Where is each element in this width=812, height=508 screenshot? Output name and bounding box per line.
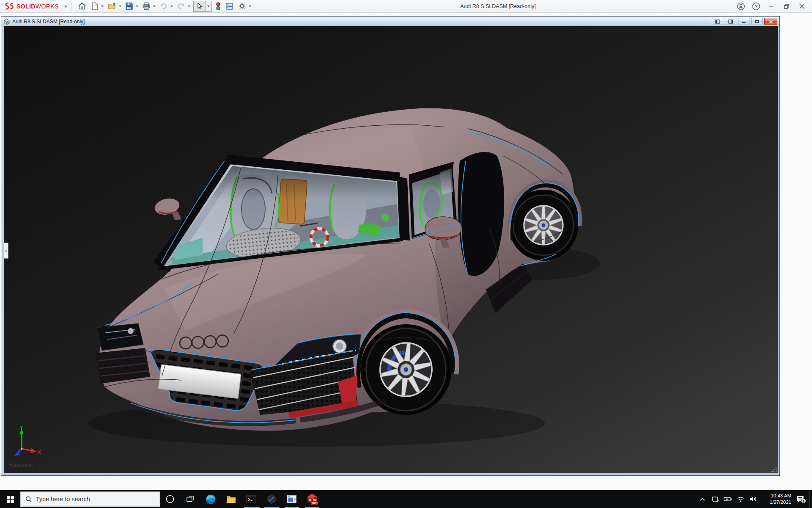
redo-dropdown[interactable] — [188, 6, 190, 7]
taskbar-app-solidworks[interactable]: S W 2021 — [302, 490, 322, 508]
toolbar-separator — [71, 2, 72, 11]
options-button[interactable] — [237, 1, 247, 12]
select-tool-dropdown[interactable] — [206, 1, 212, 12]
tray-wifi-button[interactable] — [734, 490, 747, 508]
pane-left-icon — [715, 19, 720, 24]
document-titlebar[interactable]: Audi R8 S.SLDASM [Read-only] — [1, 17, 779, 26]
cortana-button[interactable] — [160, 490, 180, 508]
doc-restore-icon — [755, 19, 759, 23]
command-prompt-icon — [246, 494, 257, 504]
tray-connect-display-button[interactable] — [709, 490, 721, 508]
close-icon — [799, 3, 805, 9]
notification-icon: 1 — [796, 494, 807, 504]
3d-model-audi-r8[interactable] — [4, 26, 778, 473]
tray-volume-button[interactable] — [747, 490, 760, 508]
orientation-triad: Y X — [11, 425, 43, 461]
battery-charging-icon — [724, 496, 732, 502]
redo-icon — [177, 3, 185, 10]
restore-button[interactable] — [779, 0, 794, 13]
edge-icon — [205, 494, 217, 505]
open-dropdown[interactable] — [119, 6, 121, 7]
save-button[interactable] — [124, 1, 134, 12]
open-folder-icon — [107, 3, 116, 10]
show-desktop-button[interactable] — [809, 490, 812, 508]
print-button[interactable] — [141, 1, 151, 12]
doc-close-icon — [768, 19, 774, 24]
save-dropdown[interactable] — [136, 6, 138, 7]
options-dropdown[interactable] — [249, 6, 251, 7]
system-tray: 10:43 AM 1/27/2021 1 — [696, 490, 812, 508]
undo-icon — [159, 3, 168, 10]
brand-works: WORKS — [36, 3, 59, 10]
chevron-up-icon — [700, 497, 705, 501]
mdi-client-area: Audi R8 S.SLDASM [Read-only] — [0, 13, 812, 490]
graphics-viewport[interactable]: Y X *Dimetric — [4, 26, 778, 473]
app-titlebar: SOLIDWORKS — [0, 0, 812, 13]
search-input[interactable] — [36, 496, 155, 502]
undo-dropdown[interactable] — [170, 6, 173, 7]
taskbar-app-command-prompt[interactable] — [241, 490, 261, 508]
solidworks-logo-mark — [4, 2, 14, 11]
notification-center-button[interactable]: 1 — [793, 490, 809, 508]
new-document-button[interactable] — [90, 1, 99, 12]
new-document-dropdown[interactable] — [101, 6, 104, 7]
minimize-button[interactable] — [764, 0, 779, 13]
home-button[interactable] — [77, 1, 87, 12]
doc-close-button[interactable] — [764, 18, 777, 25]
window-app-icon — [286, 494, 297, 504]
task-view-button[interactable] — [180, 490, 200, 508]
wifi-icon — [737, 496, 744, 502]
tray-battery-button[interactable] — [721, 490, 734, 508]
svg-text:2021: 2021 — [312, 502, 318, 505]
taskbar-app-hexagon[interactable] — [261, 490, 282, 508]
taskbar-app-edge[interactable] — [200, 490, 221, 508]
print-icon — [142, 2, 151, 10]
connect-display-icon — [711, 495, 719, 503]
volume-icon — [749, 496, 757, 502]
resize-grip[interactable] — [771, 467, 777, 473]
document-window-controls — [712, 18, 777, 25]
taskbar-app-file-explorer[interactable] — [221, 490, 241, 508]
doc-restore-button[interactable] — [751, 18, 763, 25]
task-view-icon — [186, 495, 195, 503]
close-button[interactable] — [794, 0, 809, 13]
triad-x-label: X — [38, 450, 41, 455]
feature-tree-collapse-tab[interactable] — [4, 243, 8, 259]
restore-icon — [784, 3, 790, 9]
taskbar-app-window[interactable] — [282, 490, 302, 508]
rebuild-button[interactable] — [215, 1, 222, 12]
account-icon — [737, 2, 745, 11]
select-tool-split — [193, 1, 212, 12]
file-explorer-icon — [225, 494, 237, 505]
help-button[interactable]: ? — [749, 0, 764, 13]
start-button[interactable] — [0, 490, 20, 508]
triad-y-label: Y — [20, 425, 23, 430]
redo-button[interactable] — [176, 1, 186, 12]
tray-chevron-button[interactable] — [696, 490, 709, 508]
undo-button[interactable] — [159, 1, 169, 12]
taskbar-search-box[interactable] — [20, 491, 160, 507]
toolbar-expand-arrow[interactable] — [65, 5, 67, 8]
doc-pane-right-button[interactable] — [725, 18, 736, 25]
doc-minimize-button[interactable] — [738, 18, 749, 25]
view-orientation-label: *Dimetric — [9, 462, 33, 469]
windows-start-icon — [7, 496, 14, 503]
new-document-icon — [91, 2, 99, 10]
account-button[interactable] — [733, 0, 749, 13]
help-icon: ? — [752, 2, 760, 11]
select-cursor-icon — [196, 3, 203, 10]
save-icon — [125, 2, 133, 10]
cortana-icon — [165, 494, 175, 504]
windows-taskbar: S W 2021 — [0, 490, 812, 508]
doc-pane-left-button[interactable] — [712, 18, 723, 25]
clock-time: 10:43 AM — [760, 493, 791, 499]
hexagon-app-icon — [266, 494, 277, 505]
rebuild-traffic-light-icon — [216, 2, 221, 11]
print-dropdown[interactable] — [153, 6, 156, 7]
open-button[interactable] — [107, 1, 117, 12]
select-tool-button[interactable] — [193, 1, 206, 12]
taskbar-clock[interactable]: 10:43 AM 1/27/2021 — [760, 493, 793, 505]
document-window: Audi R8 S.SLDASM [Read-only] — [1, 16, 780, 476]
assembly-document-icon — [3, 18, 10, 25]
file-properties-button[interactable] — [225, 1, 234, 12]
